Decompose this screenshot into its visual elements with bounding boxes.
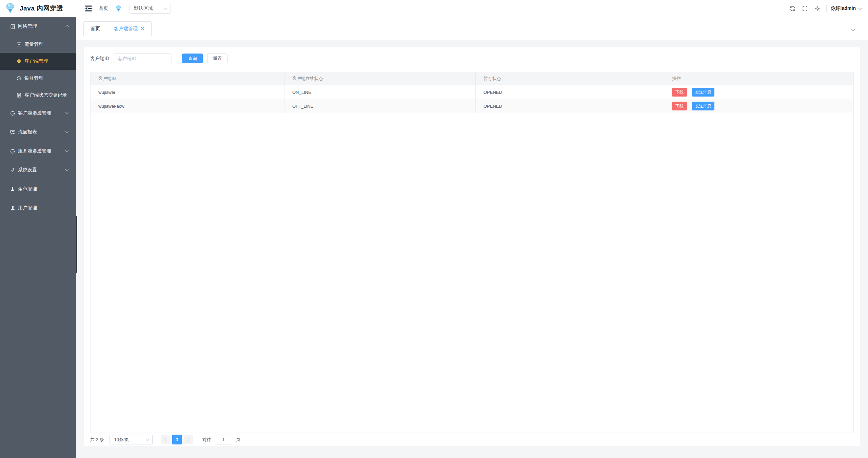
sidebar-item-label: 客户端管理 (24, 58, 48, 64)
goto-label: 前往 (202, 437, 211, 443)
sidebar-item-label: 系统设置 (18, 167, 37, 173)
sidebar-scrollbar-thumb[interactable] (76, 216, 77, 273)
cell-actions: 下线 发送消息 (664, 85, 853, 99)
divider (826, 5, 827, 12)
cluster-icon (16, 75, 22, 81)
cell-client-id: wujiawei-acw (91, 99, 284, 113)
offline-button[interactable]: 下线 (672, 102, 687, 110)
client-id-input[interactable] (113, 54, 172, 63)
reset-button[interactable]: 重置 (207, 54, 228, 63)
content-area: 客户端ID 查询 重置 客户端ID 客户端在线状态 暂存状态 操作 wujiaw… (76, 40, 868, 458)
tab-home[interactable]: 首页 (84, 22, 107, 36)
sidebar: Java 内网穿透 网络管理 流量管理 客户端管理 (0, 0, 76, 458)
topbar: 首页 默认区域 (76, 0, 868, 17)
sidebar-item-role-management[interactable]: 角色管理 (0, 180, 76, 199)
page-size-value: 10条/页 (114, 437, 129, 443)
sidebar-item-label: 客户端状态变更记录 (24, 92, 67, 98)
column-header-stash-status: 暂存状态 (476, 72, 664, 85)
report-board-icon (9, 129, 16, 135)
tab-options-chevron-icon[interactable] (852, 26, 854, 32)
goto-page-input[interactable] (215, 435, 232, 444)
tab-label: 首页 (91, 26, 100, 32)
sidebar-item-label: 客户端渗透管理 (18, 110, 51, 116)
column-header-actions: 操作 (664, 72, 853, 85)
refresh-icon[interactable] (789, 5, 796, 12)
chevron-left-icon (165, 438, 168, 441)
chevron-down-icon (859, 6, 862, 10)
pagination: 共 2 条 10条/页 1 前往 页 (90, 435, 854, 444)
cell-actions: 下线 发送消息 (664, 99, 853, 113)
app-title: Java 内网穿透 (20, 4, 63, 13)
sidebar-item-server-penetration-management[interactable]: 服务端渗透管理 (0, 142, 76, 161)
tab-client-management[interactable]: 客户端管理 (107, 22, 151, 36)
location-pin-icon (16, 58, 22, 64)
chevron-down-icon (65, 168, 69, 171)
document-icon (9, 23, 16, 29)
chevron-down-icon (851, 27, 855, 31)
sidebar-item-client-penetration-management[interactable]: 客户端渗透管理 (0, 104, 76, 123)
search-button[interactable]: 查询 (182, 54, 203, 63)
tabbar: 首页 客户端管理 (76, 17, 868, 40)
fullscreen-icon[interactable] (802, 5, 808, 12)
cell-stash-status: OPENED (476, 99, 664, 113)
page-size-select[interactable]: 10条/页 (110, 435, 153, 444)
table-header-row: 客户端ID 客户端在线状态 暂存状态 操作 (91, 72, 853, 85)
topbar-actions: 你好!admin (783, 5, 861, 12)
cell-online-status: OFF_LINE (284, 99, 476, 113)
user-icon (9, 205, 16, 211)
sidebar-item-client-management[interactable]: 客户端管理 (0, 53, 76, 70)
microphone-icon (9, 167, 16, 173)
chevron-right-icon (186, 438, 190, 441)
sidebar-item-label: 服务端渗透管理 (18, 148, 51, 154)
chevron-down-icon (65, 130, 69, 133)
client-id-label: 客户端ID (90, 56, 109, 62)
chevron-down-icon (164, 6, 167, 10)
sidebar-item-network-management[interactable]: 网络管理 (0, 17, 76, 36)
clients-table: 客户端ID 客户端在线状态 暂存状态 操作 wujiawei ON_LINE O… (90, 72, 854, 433)
region-select[interactable]: 默认区域 (130, 4, 171, 14)
column-header-client-id: 客户端ID (91, 72, 284, 85)
client-management-panel: 客户端ID 查询 重置 客户端ID 客户端在线状态 暂存状态 操作 wujiaw… (84, 47, 860, 446)
sidebar-item-label: 角色管理 (18, 186, 37, 192)
send-message-button[interactable]: 发送消息 (692, 102, 714, 110)
sidebar-item-traffic-management[interactable]: 流量管理 (0, 36, 76, 53)
table-row: wujiawei ON_LINE OPENED 下线 发送消息 (91, 85, 853, 99)
column-header-online-status: 客户端在线状态 (284, 72, 476, 85)
send-message-button[interactable]: 发送消息 (692, 88, 714, 97)
next-page-button[interactable] (183, 435, 193, 444)
sidebar-item-label: 流量报表 (18, 129, 37, 135)
sidebar-item-label: 流量管理 (24, 41, 43, 47)
settings-sun-icon[interactable] (814, 5, 821, 12)
sidebar-item-label: 集群管理 (24, 75, 43, 81)
sidebar-item-cluster-management[interactable]: 集群管理 (0, 70, 76, 87)
prev-page-button[interactable] (161, 435, 171, 444)
user-greeting: 你好!admin (831, 5, 856, 12)
offline-button[interactable]: 下线 (672, 88, 687, 97)
sidebar-item-user-management[interactable]: 用户管理 (0, 199, 76, 217)
page-unit-label: 页 (236, 437, 240, 443)
logo-bar: Java 内网穿透 (0, 0, 76, 17)
role-user-icon (9, 186, 16, 192)
main-area: 首页 默认区域 (76, 0, 868, 458)
sidebar-item-label: 网络管理 (18, 23, 37, 29)
tab-close-icon[interactable] (141, 27, 144, 30)
sidebar-collapse-button[interactable] (84, 4, 93, 13)
page-number-button[interactable]: 1 (172, 435, 182, 444)
sidebar-menu: 网络管理 流量管理 客户端管理 集群管理 (0, 17, 76, 458)
document-icon (16, 92, 22, 98)
breadcrumb[interactable]: 首页 (99, 5, 108, 12)
sidebar-item-label: 用户管理 (18, 205, 37, 211)
chevron-down-icon (65, 149, 69, 152)
sidebar-item-system-settings[interactable]: 系统设置 (0, 161, 76, 180)
app-mini-logo-icon (115, 5, 122, 13)
chevron-down-icon (65, 111, 69, 114)
cell-stash-status: OPENED (476, 85, 664, 99)
penetration-icon (9, 148, 16, 154)
sidebar-item-traffic-report[interactable]: 流量报表 (0, 123, 76, 142)
tab-group: 首页 客户端管理 (83, 21, 152, 36)
user-menu[interactable]: 你好!admin (831, 5, 861, 12)
chevron-down-icon (146, 437, 149, 441)
region-select-value: 默认区域 (134, 5, 153, 12)
table-row: wujiawei-acw OFF_LINE OPENED 下线 发送消息 (91, 99, 853, 113)
sidebar-item-client-status-change-records[interactable]: 客户端状态变更记录 (0, 87, 76, 104)
